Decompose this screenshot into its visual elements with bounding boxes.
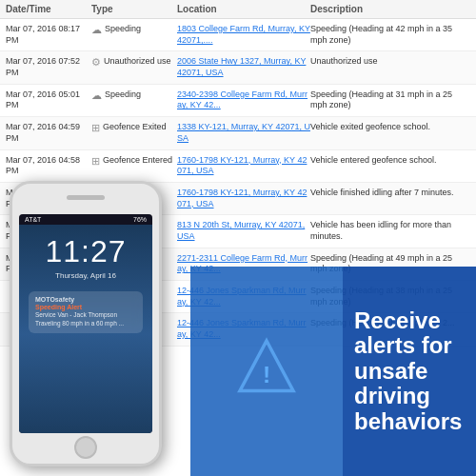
type-label: Geofence Entered bbox=[103, 155, 172, 165]
cell-location[interactable]: 1803 College Farm Rd, Murray, KY 42071,.… bbox=[177, 24, 310, 46]
unauth-icon: ⚙ bbox=[91, 56, 101, 69]
cell-type: ☁ Speeding bbox=[91, 89, 177, 102]
table-row: Mar 07, 2016 08:17 PM ☁ Speeding 1803 Co… bbox=[0, 19, 476, 51]
alert-triangle-icon: ! bbox=[233, 334, 300, 401]
cell-location[interactable]: 2006 State Hwy 1327, Murray, KY 42071, U… bbox=[177, 56, 310, 78]
cell-type: ⊞ Geofence Exited bbox=[91, 122, 177, 134]
phone-status-bar: AT&T 76% bbox=[19, 214, 152, 225]
type-label: Speeding bbox=[105, 24, 141, 33]
table-row: Mar 07, 2016 05:01 PM ☁ Speeding 2340-23… bbox=[0, 85, 476, 117]
geofence-enter-icon: ⊞ bbox=[91, 155, 100, 168]
type-label: Speeding bbox=[105, 89, 141, 99]
cell-type: ⚙ Unauthorized use bbox=[91, 56, 177, 69]
cloud-icon: ☁ bbox=[91, 24, 102, 36]
phone-speaker bbox=[67, 195, 105, 200]
geofence-exit-icon: ⊞ bbox=[91, 122, 100, 134]
cell-desc: Vehicle exited geofence school. bbox=[310, 122, 470, 133]
alert-message: Receive alerts for unsafe driving behavi… bbox=[354, 308, 465, 434]
col-header-desc: Description bbox=[310, 4, 470, 14]
table-row: Mar 07, 2016 07:52 PM ⚙ Unauthorized use… bbox=[0, 51, 476, 84]
phone-body: AT&T 76% 11:27 Thursday, April 16 MOTOsa… bbox=[10, 181, 162, 466]
phone-screen: AT&T 76% 11:27 Thursday, April 16 MOTOsa… bbox=[19, 214, 152, 433]
alert-overlay: ! Receive alerts for unsafe driving beha… bbox=[190, 267, 476, 476]
notif-alert-body2: Traveling 80 mph in a 60 mph ... bbox=[35, 320, 136, 327]
cell-location[interactable]: 2340-2398 College Farm Rd, Murray, KY 42… bbox=[177, 89, 310, 111]
col-header-location: Location bbox=[177, 4, 310, 14]
battery-label: 76% bbox=[133, 216, 147, 223]
cell-date: Mar 07, 2016 08:17 PM bbox=[6, 24, 91, 46]
cell-desc: Unauthorized use bbox=[310, 56, 470, 68]
cell-location[interactable]: 1338 KY-121, Murray, KY 42071, USA bbox=[177, 122, 310, 144]
table-row: Mar 07, 2016 04:59 PM ⊞ Geofence Exited … bbox=[0, 117, 476, 149]
notif-alert-body1: Service Van - Jack Thompson bbox=[35, 311, 136, 319]
cell-type: ☁ Speeding bbox=[91, 24, 177, 36]
alert-icon-panel: ! bbox=[190, 267, 343, 476]
svg-text:!: ! bbox=[263, 362, 270, 387]
type-label: Geofence Exited bbox=[103, 122, 167, 131]
notif-app-name: MOTOsafety bbox=[35, 296, 136, 303]
cell-desc: Vehicle entered geofence school. bbox=[310, 155, 470, 167]
cell-desc: Vehicle finished idling after 7 minutes. bbox=[310, 188, 470, 199]
phone-date: Thursday, April 16 bbox=[55, 271, 116, 280]
col-header-type: Type bbox=[91, 4, 177, 14]
cell-location[interactable]: 1760-1798 KY-121, Murray, KY 42071, USA bbox=[177, 155, 310, 177]
cell-location[interactable]: 813 N 20th St, Murray, KY 42071, USA bbox=[177, 220, 310, 242]
table-header: Date/Time Type Location Description bbox=[0, 0, 476, 19]
cloud-icon: ☁ bbox=[91, 89, 102, 102]
cell-desc: Speeding (Heading at 31 mph in a 25 mph … bbox=[310, 89, 470, 111]
notif-alert-title: Speeding Alert bbox=[35, 304, 136, 310]
phone-home-button[interactable] bbox=[74, 436, 97, 459]
col-header-date: Date/Time bbox=[6, 4, 91, 14]
phone-overlay: AT&T 76% 11:27 Thursday, April 16 MOTOsa… bbox=[0, 171, 181, 476]
phone-notification: MOTOsafety Speeding Alert Service Van - … bbox=[29, 291, 143, 333]
cell-desc: Speeding (Heading at 42 mph in a 35 mph … bbox=[310, 24, 470, 46]
cell-location[interactable]: 1760-1798 KY-121, Murray, KY 42071, USA bbox=[177, 188, 310, 209]
cell-date: Mar 07, 2016 04:59 PM bbox=[6, 122, 91, 144]
cell-desc: Vehicle has been idling for more than mi… bbox=[310, 220, 470, 242]
cell-date: Mar 07, 2016 07:52 PM bbox=[6, 56, 91, 78]
phone-lock-screen: 11:27 Thursday, April 16 MOTOsafety Spee… bbox=[19, 225, 152, 433]
cell-type: ⊞ Geofence Entered bbox=[91, 155, 177, 168]
type-label: Unauthorized use bbox=[104, 56, 171, 66]
phone-time: 11:27 bbox=[45, 234, 126, 269]
carrier-label: AT&T bbox=[25, 216, 41, 223]
cell-date: Mar 07, 2016 05:01 PM bbox=[6, 89, 91, 111]
alert-message-panel: Receive alerts for unsafe driving behavi… bbox=[343, 267, 476, 476]
